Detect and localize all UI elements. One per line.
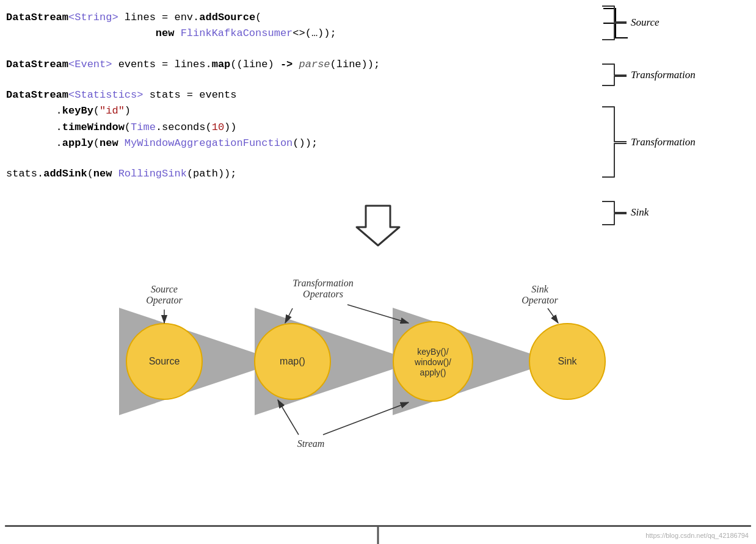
code-line: .apply(new MyWindowAggregationFunction()… (6, 136, 591, 151)
svg-line-20 (278, 400, 299, 435)
main-container: DataStream<String> lines = env.addSource… (0, 0, 756, 544)
code-line: DataStream<Event> events = lines.map((li… (6, 57, 591, 73)
svg-text:Operator: Operator (522, 295, 558, 306)
annotations-svg: Source Transformation Transformation Sin… (597, 0, 756, 244)
svg-text:Sink: Sink (531, 284, 548, 294)
svg-line-17 (285, 308, 293, 323)
code-line: .keyBy("id") (6, 103, 591, 119)
svg-marker-4 (357, 206, 399, 245)
svg-text:map(): map() (280, 356, 305, 366)
svg-text:apply(): apply() (420, 368, 446, 377)
code-group-sink: stats.addSink(new RollingSink(path)); (6, 166, 591, 182)
svg-text:Transformation: Transformation (293, 278, 354, 289)
svg-text:window()/: window()/ (414, 357, 451, 367)
code-line: stats.addSink(new RollingSink(path)); (6, 166, 591, 182)
svg-text:Stream: Stream (297, 438, 325, 449)
svg-text:Transformation: Transformation (631, 136, 696, 148)
code-group-source: DataStream<String> lines = env.addSource… (6, 10, 591, 42)
svg-text:Operator: Operator (146, 295, 183, 306)
code-group-transform1: DataStream<Event> events = lines.map((li… (6, 57, 591, 73)
code-line: DataStream<Statistics> stats = events (6, 87, 591, 103)
svg-text:Source: Source (149, 356, 180, 366)
watermark: https://blog.csdn.net/qq_42186794 (645, 532, 749, 539)
svg-text:Sink: Sink (558, 356, 577, 366)
diagram-section: Source map() keyBy()/ window()/ apply() … (0, 255, 756, 462)
code-line: DataStream<String> lines = env.addSource… (6, 10, 591, 26)
svg-text:Operators: Operators (303, 289, 343, 300)
code-line: new FlinkKafkaConsumer<>(…)); (6, 26, 591, 42)
svg-text:Source: Source (631, 16, 660, 28)
svg-text:Sink: Sink (631, 206, 649, 218)
svg-line-19 (548, 308, 558, 323)
bottom-tick (377, 527, 379, 544)
svg-line-18 (347, 305, 409, 323)
svg-text:keyBy()/: keyBy()/ (417, 347, 448, 357)
down-arrow-icon (354, 200, 402, 248)
diagram-svg: Source map() keyBy()/ window()/ apply() … (0, 255, 756, 462)
svg-text:Source: Source (151, 284, 178, 294)
code-group-transform2: DataStream<Statistics> stats = events .k… (6, 87, 591, 151)
svg-line-21 (323, 402, 409, 435)
code-line: .timeWindow(Time.seconds(10)) (6, 120, 591, 136)
svg-text:Transformation: Transformation (631, 69, 696, 81)
